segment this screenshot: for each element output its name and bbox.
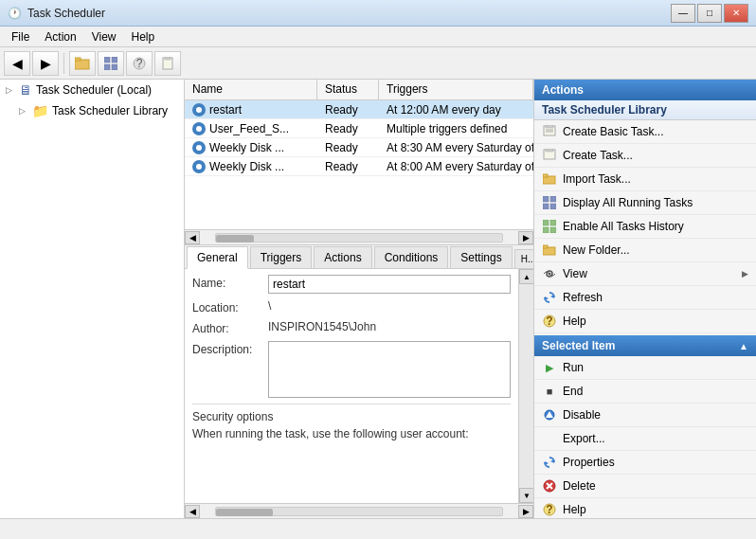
new-folder-item[interactable]: New Folder...: [534, 239, 756, 262]
refresh-item[interactable]: Refresh: [534, 286, 756, 310]
disable-label: Disable: [563, 408, 748, 422]
toolbar-forward[interactable]: ▶: [32, 51, 59, 76]
task-name-cell: restart: [185, 101, 317, 118]
disable-item[interactable]: Disable: [534, 404, 756, 427]
detail-scrollbar-track[interactable]: [215, 507, 503, 516]
enable-history-icon: [542, 219, 557, 234]
task-list-body: restart Ready At 12:00 AM every day User…: [185, 100, 533, 229]
table-row[interactable]: Weekly Disk ... Ready At 8:30 AM every S…: [185, 138, 533, 157]
help-selected-item[interactable]: ? Help: [534, 498, 756, 518]
tab-settings[interactable]: Settings: [450, 246, 512, 268]
author-field-row: Author: INSPIRON1545\John: [192, 320, 511, 335]
svg-text:?: ?: [546, 503, 552, 516]
sidebar-library-label: Task Scheduler Library: [52, 104, 168, 117]
sidebar-item-library[interactable]: ▷ 📁 Task Scheduler Library: [0, 100, 184, 121]
scroll-thumb-area[interactable]: [519, 284, 533, 488]
scroll-right-btn[interactable]: ▶: [518, 231, 533, 244]
task-name-cell: Weekly Disk ...: [185, 158, 317, 175]
svg-rect-20: [543, 204, 549, 209]
author-value: INSPIRON1545\John: [268, 320, 511, 333]
tab-general[interactable]: General: [187, 246, 248, 269]
view-item[interactable]: View ▶: [534, 262, 756, 286]
menu-action[interactable]: Action: [37, 28, 83, 45]
end-item[interactable]: ■ End: [534, 380, 756, 404]
location-value: \: [268, 299, 511, 313]
run-item[interactable]: ▶ Run: [534, 356, 756, 380]
table-row[interactable]: restart Ready At 12:00 AM every day: [185, 100, 533, 119]
sidebar-item-root[interactable]: ▷ 🖥 Task Scheduler (Local): [0, 80, 184, 100]
scroll-left-btn[interactable]: ◀: [185, 231, 200, 244]
toolbar-clipboard[interactable]: [154, 51, 181, 76]
properties-icon: [542, 455, 557, 470]
toolbar-back[interactable]: ◀: [4, 51, 30, 76]
scroll-right-detail-btn[interactable]: ▶: [518, 505, 533, 518]
detail-scrollbar-thumb[interactable]: [216, 509, 273, 516]
tab-actions[interactable]: Actions: [314, 246, 371, 268]
task-name-cell: User_Feed_S...: [185, 120, 317, 137]
menu-help[interactable]: Help: [124, 28, 163, 45]
svg-marker-36: [550, 459, 554, 463]
task-trigger-cell: Multiple triggers defined: [379, 120, 533, 137]
library-subheader: Task Scheduler Library: [534, 100, 756, 120]
end-label: End: [563, 385, 748, 398]
svg-rect-9: [165, 57, 171, 60]
toolbar-folder[interactable]: [69, 51, 96, 76]
table-row[interactable]: User_Feed_S... Ready Multiple triggers d…: [185, 119, 533, 138]
description-input[interactable]: [268, 341, 511, 398]
new-folder-label: New Folder...: [563, 243, 748, 257]
help-library-label: Help: [563, 314, 748, 328]
import-task-item[interactable]: Import Task...: [534, 168, 756, 191]
svg-rect-2: [104, 57, 110, 63]
computer-icon: 🖥: [19, 82, 32, 98]
export-label: Export...: [563, 432, 748, 445]
table-row[interactable]: Weekly Disk ... Ready At 8:00 AM every S…: [185, 157, 533, 176]
description-label: Description:: [192, 341, 268, 356]
help-library-item[interactable]: ? Help: [534, 310, 756, 333]
col-header-triggers[interactable]: Triggers: [379, 80, 533, 99]
tab-triggers[interactable]: Triggers: [250, 246, 313, 268]
expand-icon-library: ▷: [19, 106, 28, 116]
delete-item[interactable]: Delete: [534, 475, 756, 498]
task-status-icon: [192, 122, 206, 135]
task-list-horizontal-scrollbar[interactable]: ◀ ▶: [185, 229, 533, 244]
menu-view[interactable]: View: [84, 28, 124, 45]
display-running-item[interactable]: Display All Running Tasks: [534, 191, 756, 215]
scrollbar-thumb[interactable]: [216, 235, 254, 243]
toolbar-help[interactable]: ?: [126, 51, 153, 76]
scroll-down-btn[interactable]: ▼: [519, 488, 533, 503]
minimize-button[interactable]: —: [671, 4, 695, 23]
create-basic-task-item[interactable]: Create Basic Task...: [534, 120, 756, 144]
selected-item-header[interactable]: Selected Item ▲: [534, 335, 756, 356]
enable-history-item[interactable]: Enable All Tasks History: [534, 215, 756, 239]
main-layout: ▷ 🖥 Task Scheduler (Local) ▷ 📁 Task Sche…: [0, 80, 756, 518]
close-button[interactable]: ✕: [724, 4, 748, 23]
detail-vertical-scrollbar[interactable]: ▲ ▼: [518, 269, 533, 503]
run-icon: ▶: [542, 360, 557, 375]
scroll-left-detail-btn[interactable]: ◀: [185, 505, 200, 518]
svg-marker-30: [550, 295, 554, 298]
detail-content: Name: Location: \ Author: INSPIRON1545\J…: [185, 269, 518, 503]
detail-horizontal-scrollbar[interactable]: ◀ ▶: [185, 503, 533, 518]
col-header-name[interactable]: Name: [185, 80, 317, 99]
detail-tabs: General Triggers Actions Conditions Sett…: [185, 245, 533, 269]
maximize-button[interactable]: □: [697, 4, 722, 23]
menu-file[interactable]: File: [4, 28, 37, 45]
create-task-item[interactable]: Create Task...: [534, 144, 756, 168]
export-icon: [542, 431, 557, 446]
right-panel-header[interactable]: Actions: [534, 80, 756, 100]
tab-conditions[interactable]: Conditions: [374, 246, 449, 268]
tab-more[interactable]: H...: [514, 249, 533, 268]
export-item[interactable]: Export...: [534, 427, 756, 451]
col-header-status[interactable]: Status: [317, 80, 379, 99]
end-icon: ■: [542, 384, 557, 399]
toolbar-grid[interactable]: [98, 51, 124, 76]
svg-rect-11: [546, 125, 553, 128]
scroll-up-btn[interactable]: ▲: [519, 269, 533, 284]
expand-icon: ▷: [6, 85, 15, 95]
scrollbar-track[interactable]: [215, 233, 503, 243]
name-input[interactable]: [268, 275, 511, 294]
create-basic-task-icon: [542, 124, 557, 139]
properties-item[interactable]: Properties: [534, 451, 756, 475]
title-bar-left: 🕐 Task Scheduler: [8, 7, 105, 20]
title-bar-controls: — □ ✕: [671, 4, 748, 23]
